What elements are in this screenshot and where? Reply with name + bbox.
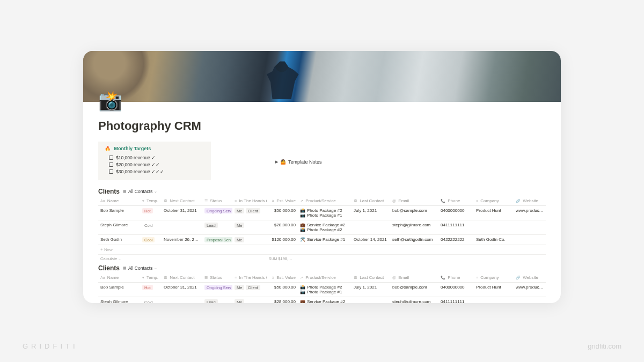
text-prop-icon: ≡: [476, 276, 478, 279]
target-label: $10,000 revenue ✓: [116, 155, 156, 160]
col-phone[interactable]: 📞 Phone: [438, 273, 474, 283]
col-status[interactable]: ☰ Status: [202, 196, 232, 206]
summary-row: Calculate ⌄ SUM$198,000.00: [98, 255, 546, 264]
select-prop-icon: ☰: [204, 276, 208, 279]
view-tab-all-contacts[interactable]: ▦ All Contacts ⌄: [123, 265, 157, 271]
col-last-contact[interactable]: 🗓 Last Contact: [352, 273, 390, 283]
col-last-contact[interactable]: 🗓 Last Contact: [352, 196, 390, 206]
watermark-url: gridfiti.com: [588, 342, 621, 350]
toggle-triangle-icon: ▶: [275, 160, 278, 164]
checkbox-icon[interactable]: [109, 169, 113, 174]
toggle-emoji-icon: 🤷: [280, 159, 286, 165]
number-prop-icon: #: [272, 276, 274, 279]
cover-image: [83, 51, 561, 102]
col-hands[interactable]: ≡ In The Hands Of: [232, 196, 267, 206]
sum-value: $198,000.00: [278, 256, 298, 261]
col-name[interactable]: Aa Name: [98, 273, 140, 283]
date-prop-icon: 🗓: [164, 276, 167, 279]
col-website[interactable]: 🔗 Website: [514, 273, 546, 283]
select-prop-icon: ☰: [204, 199, 208, 203]
select-prop-icon: ▾: [142, 276, 144, 279]
page-icon[interactable]: 📸: [98, 90, 121, 112]
col-company[interactable]: ≡ Company: [474, 273, 514, 283]
title-prop-icon: Aa: [100, 199, 105, 203]
col-email[interactable]: @ Email: [390, 273, 438, 283]
table-row[interactable]: Bob SampleHotOctober 31, 2021Ongoing Ser…: [98, 283, 546, 297]
view-tab-label: All Contacts: [128, 189, 152, 194]
date-prop-icon: 🗓: [164, 199, 167, 203]
table-row[interactable]: Steph GilmoreColdLeadMe $28,000.00💼Servi…: [98, 297, 546, 304]
target-label: $20,000 revenue ✓✓: [116, 162, 160, 167]
col-product[interactable]: ↗ Product/Service: [298, 273, 352, 283]
table-row[interactable]: Steph GilmoreColdLeadMe $28,000.00💼Servi…: [98, 220, 546, 235]
clients-table-2: Aa Name ▾ Temp. 🗓 Next Contact ☰ Status …: [98, 273, 546, 303]
target-label: $30,000 revenue ✓✓✓: [116, 169, 164, 174]
col-est-value[interactable]: # Est. Value: [267, 196, 298, 206]
notion-page-card: 📸 Photography CRM 🔥 Monthly Targets $10,…: [83, 51, 561, 303]
col-temp[interactable]: ▾ Temp.: [140, 196, 162, 206]
target-item[interactable]: $10,000 revenue ✓: [109, 154, 204, 161]
url-prop-icon: 🔗: [516, 199, 521, 203]
new-row-button[interactable]: + New: [98, 245, 546, 255]
view-tab-all-contacts[interactable]: ▦ All Contacts ⌄: [123, 189, 157, 194]
table-view-icon: ▦: [123, 189, 127, 194]
monthly-targets-callout[interactable]: 🔥 Monthly Targets $10,000 revenue ✓ $20,…: [98, 142, 211, 180]
col-est-value[interactable]: # Est. Value: [267, 273, 298, 283]
col-temp[interactable]: ▾ Temp.: [140, 273, 162, 283]
target-item[interactable]: $20,000 revenue ✓✓: [109, 161, 204, 168]
page-content: Photography CRM 🔥 Monthly Targets $10,00…: [83, 102, 561, 303]
clients-tbody-1: Bob SampleHotOctober 31, 2021Ongoing Ser…: [98, 206, 546, 245]
view-tab-label: All Contacts: [128, 265, 152, 271]
watermark-brand: GRIDFITI: [23, 342, 78, 350]
col-email[interactable]: @ Email: [390, 196, 438, 206]
text-prop-icon: ≡: [476, 199, 478, 203]
checkbox-icon[interactable]: [109, 156, 113, 160]
multiselect-prop-icon: ≡: [235, 276, 237, 279]
clients-tbody-2: Bob SampleHotOctober 31, 2021Ongoing Ser…: [98, 283, 546, 304]
phone-prop-icon: 📞: [441, 276, 445, 279]
table-view-icon: ▦: [123, 266, 127, 270]
url-prop-icon: 🔗: [516, 276, 521, 279]
multiselect-prop-icon: ≡: [235, 199, 237, 203]
col-company[interactable]: ≡ Company: [474, 196, 514, 206]
caret-down-icon: ⌄: [154, 189, 157, 194]
clients-section-title: Clients: [98, 188, 120, 195]
fire-icon: 🔥: [105, 146, 111, 151]
table-row[interactable]: Bob SampleHotOctober 31, 2021Ongoing Ser…: [98, 206, 546, 220]
table-row[interactable]: Seth GodinCoolNovember 26, 2021Proposal …: [98, 235, 546, 245]
title-prop-icon: Aa: [100, 276, 105, 279]
table-header-row: Aa Name ▾ Temp. 🗓 Next Contact ☰ Status …: [98, 196, 546, 206]
checkbox-icon[interactable]: [109, 162, 113, 167]
table-header-row: Aa Name ▾ Temp. 🗓 Next Contact ☰ Status …: [98, 273, 546, 283]
page-title[interactable]: Photography CRM: [98, 119, 546, 133]
caret-down-icon: ⌄: [154, 266, 157, 270]
col-next-contact[interactable]: 🗓 Next Contact: [162, 196, 202, 206]
relation-prop-icon: ↗: [300, 199, 303, 203]
phone-prop-icon: 📞: [441, 199, 445, 203]
template-notes-label: Template Notes: [288, 159, 322, 165]
monthly-targets-heading: Monthly Targets: [114, 146, 151, 151]
col-website[interactable]: 🔗 Website: [514, 196, 546, 206]
email-prop-icon: @: [392, 199, 396, 203]
col-name[interactable]: Aa Name: [98, 196, 140, 206]
targets-checklist: $10,000 revenue ✓ $20,000 revenue ✓✓ $30…: [105, 154, 204, 175]
col-phone[interactable]: 📞 Phone: [438, 196, 474, 206]
email-prop-icon: @: [392, 276, 396, 279]
sum-label: SUM: [269, 257, 277, 261]
date-prop-icon: 🗓: [354, 199, 357, 203]
calculate-button[interactable]: Calculate: [100, 256, 117, 261]
col-product[interactable]: ↗ Product/Service: [298, 196, 352, 206]
number-prop-icon: #: [272, 199, 274, 203]
col-hands[interactable]: ≡ In The Hands Of: [232, 273, 267, 283]
clients-section-title: Clients: [98, 264, 120, 272]
date-prop-icon: 🗓: [354, 276, 357, 279]
template-notes-toggle[interactable]: ▶ 🤷 Template Notes: [275, 144, 322, 180]
target-item[interactable]: $30,000 revenue ✓✓✓: [109, 168, 204, 175]
col-status[interactable]: ☰ Status: [202, 273, 232, 283]
col-next-contact[interactable]: 🗓 Next Contact: [162, 273, 202, 283]
clients-table-1: Aa Name ▾ Temp. 🗓 Next Contact ☰ Status …: [98, 196, 546, 263]
select-prop-icon: ▾: [142, 199, 144, 203]
relation-prop-icon: ↗: [300, 276, 303, 279]
